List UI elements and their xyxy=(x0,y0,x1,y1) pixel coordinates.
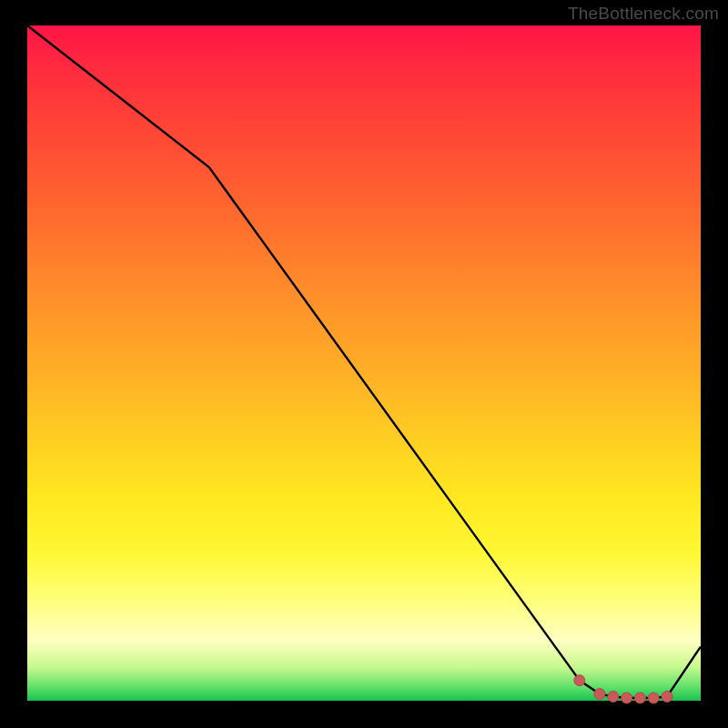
curve-marker xyxy=(594,689,605,700)
curve-marker xyxy=(634,693,645,703)
curve-marker xyxy=(622,693,632,703)
chart-svg xyxy=(27,25,701,701)
attribution-label: TheBottleneck.com xyxy=(568,4,719,24)
plot-area xyxy=(27,25,701,701)
curve-marker xyxy=(648,693,659,703)
curve-line xyxy=(27,25,701,698)
marker-group xyxy=(574,675,672,703)
curve-marker xyxy=(608,692,619,703)
chart-frame: TheBottleneck.com xyxy=(0,0,728,728)
curve-marker xyxy=(662,692,672,703)
curve-marker xyxy=(574,675,585,686)
